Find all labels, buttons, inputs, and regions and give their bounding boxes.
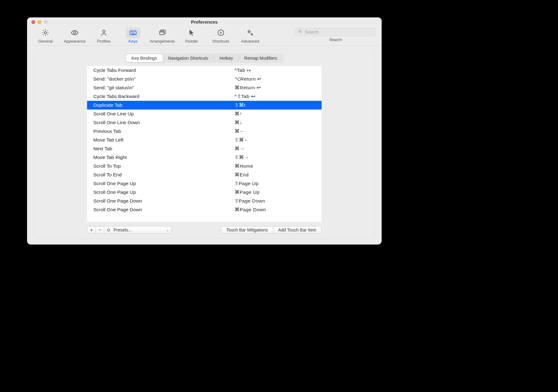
binding-row[interactable]: Move Tab Right⇧⌘→ [87,153,322,162]
binding-row[interactable]: Send: "docker ps\n"⌥Return ↩ [87,75,322,83]
chevron-down-icon: ⌄ [166,228,169,232]
binding-shortcut: ⌘→ [235,145,315,152]
binding-row[interactable]: Move Tab Left⇧⌘← [87,136,322,144]
binding-row[interactable]: Scroll One Page Down⇧Page Down [87,197,322,205]
binding-action: Scroll To End [93,171,235,179]
binding-action: Duplicate Tab [93,101,235,109]
subtab-bar-wrap: Key BindingsNavigation ShortcutsHotkeyRe… [34,50,374,66]
touch-bar-buttons: Touch Bar Mitigations Add Touch Bar Item [221,226,322,234]
minimize-window-button[interactable] [38,20,41,24]
binding-row[interactable]: Scroll To End⌘End [87,170,322,179]
binding-action: Previous Tab [93,128,235,135]
binding-row[interactable]: Next Tab⌘→ [87,144,322,153]
toolbar-item-arrangements[interactable]: Arrangements [148,27,177,44]
binding-action: Cycle Tabs Backward [93,93,235,100]
toolbar-item-profiles[interactable]: Profiles [89,27,119,44]
svg-point-2 [103,30,105,32]
binding-action: Cycle Tabs Forward [93,67,235,74]
presets-label: Presets... [114,227,132,232]
binding-action: Next Tab [93,145,235,152]
subtab-key-bindings[interactable]: Key Bindings [126,54,163,62]
minus-icon: − [98,227,101,233]
search-icon [298,29,304,35]
binding-shortcut: ⌘↑ [235,110,315,118]
search-field[interactable] [295,28,376,36]
toolbar-item-label: Keys [129,39,138,44]
toolbar-item-keys[interactable]: Keys [119,27,148,44]
binding-shortcut: ⇧Page Down [235,197,315,205]
binding-row[interactable]: Scroll One Line Down⌘↓ [87,118,322,127]
plus-icon: ＋ [89,227,94,233]
search-input[interactable] [304,29,373,35]
toolbar-item-label: Profiles [97,39,110,44]
binding-row[interactable]: Scroll One Page Up⌘Page Up [87,188,322,197]
binding-shortcut: ⌘Page Down [235,206,315,213]
binding-row[interactable]: Duplicate Tab⇧⌘t [87,101,322,110]
binding-row[interactable]: Cycle Tabs Forward^Tab ↦ [87,66,322,75]
body: Key BindingsNavigation ShortcutsHotkeyRe… [27,46,382,245]
ellipsis-icon: ⊙ [107,227,110,232]
binding-row[interactable]: Scroll One Page Up⇧Page Up [87,179,322,188]
toolbar-item-appearance[interactable]: Appearance [60,27,89,44]
toolbar-item-advanced[interactable]: Advanced [235,27,265,44]
binding-shortcut: ⇧⌘t [235,101,315,109]
row-edit-buttons: ＋ − ⊙ Presets... ⌄ [87,226,172,234]
keys-pane: Key BindingsNavigation ShortcutsHotkeyRe… [34,50,375,239]
binding-shortcut: ⌘Return ↩ [235,84,315,91]
window-title: Preferences [27,19,382,25]
person-icon [97,27,111,38]
toolbar-item-pointer[interactable]: Pointer [177,27,206,44]
toolbar-item-label: Appearance [64,39,86,44]
cursor-icon [184,27,199,38]
gear-icon [38,27,53,38]
zoom-window-button[interactable] [44,20,48,24]
preferences-window: Preferences GeneralAppearanceProfilesKey… [27,17,382,245]
gears-icon [243,27,257,38]
toolbar-item-label: General [38,39,53,44]
binding-row[interactable]: Scroll To Top⌘Home [87,162,322,170]
toolbar-item-label: Advanced [241,39,259,44]
search-label: Search [329,37,342,42]
key-bindings-table[interactable]: Cycle Tabs Forward^Tab ↦Send: "docker ps… [87,66,322,222]
binding-row[interactable]: Send: "git status\n"⌘Return ↩ [87,83,322,92]
binding-action: Scroll One Line Down [93,119,235,126]
binding-shortcut: ⌘Home [235,162,315,170]
svg-point-6 [248,31,250,32]
binding-action: Scroll One Page Down [93,206,235,213]
binding-action: Scroll To Top [93,162,235,170]
binding-action: Move Tab Left [93,136,235,144]
svg-point-0 [44,32,47,34]
add-touch-bar-item-button[interactable]: Add Touch Bar Item [273,226,322,234]
toolbar-item-shortcuts[interactable]: Shortcuts [206,27,235,44]
svg-point-8 [299,30,301,32]
table-footer: ＋ − ⊙ Presets... ⌄ [87,226,322,234]
binding-row[interactable]: Scroll One Page Down⌘Page Down [87,205,322,214]
eye-icon [67,27,82,38]
add-binding-button[interactable]: ＋ [87,226,96,234]
binding-row[interactable]: Previous Tab⌘← [87,127,322,136]
binding-shortcut: ⇧⌘← [235,136,315,144]
binding-action: Scroll One Page Up [93,180,235,187]
keyboard-icon [126,27,140,38]
presets-dropdown[interactable]: ⊙ Presets... ⌄ [104,226,172,234]
binding-row[interactable]: Cycle Tabs Backward^⇧Tab ↤ [87,92,322,101]
svg-point-7 [251,34,252,35]
binding-shortcut: ⇧⌘→ [235,154,315,161]
binding-shortcut: ⌘End [235,171,315,179]
binding-row[interactable]: Scroll One Line Up⌘↑ [87,110,322,118]
binding-action: Scroll One Page Down [93,197,235,205]
toolbar-item-label: Arrangements [150,39,175,44]
binding-action: Move Tab Right [93,154,235,161]
subtab-remap-modifiers[interactable]: Remap Modifiers [239,54,283,62]
window-controls [31,20,48,24]
close-window-button[interactable] [31,20,35,24]
svg-point-1 [74,32,76,34]
binding-shortcut: ⌘Page Up [235,189,315,196]
subtab-navigation-shortcuts[interactable]: Navigation Shortcuts [163,54,214,62]
remove-binding-button[interactable]: − [96,226,104,234]
toolbar-item-general[interactable]: General [31,27,60,44]
subtab-hotkey[interactable]: Hotkey [214,54,239,62]
binding-shortcut: ⌘← [235,128,315,135]
touch-bar-mitigations-button[interactable]: Touch Bar Mitigations [221,226,273,234]
binding-action: Scroll One Page Up [93,189,235,196]
